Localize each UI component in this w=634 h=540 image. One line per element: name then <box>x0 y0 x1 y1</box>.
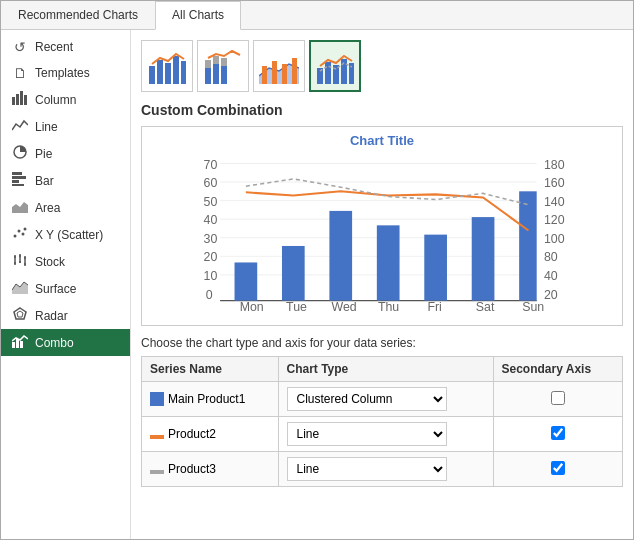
surface-icon <box>11 280 29 297</box>
svg-text:10: 10 <box>204 269 218 283</box>
svg-rect-6 <box>12 176 26 179</box>
sidebar-label-line: Line <box>35 120 58 134</box>
svg-text:Sun: Sun <box>522 300 544 313</box>
series-color-main <box>150 392 164 406</box>
secondary-axis-checkbox-product2[interactable] <box>551 426 565 440</box>
sidebar-label-radar: Radar <box>35 309 68 323</box>
combo-type-custom[interactable] <box>309 40 361 92</box>
svg-text:Mon: Mon <box>240 300 264 313</box>
svg-rect-75 <box>329 211 352 301</box>
svg-rect-1 <box>16 94 19 105</box>
sidebar-item-xy[interactable]: X Y (Scatter) <box>1 221 130 248</box>
bar-icon <box>11 172 29 189</box>
series-name-product2: Product2 <box>168 427 216 441</box>
svg-rect-27 <box>20 341 23 348</box>
sidebar-label-area: Area <box>35 201 60 215</box>
combo-type-1[interactable] <box>141 40 193 92</box>
series-prompt: Choose the chart type and axis for your … <box>141 336 623 350</box>
svg-rect-35 <box>213 64 219 84</box>
sidebar-item-pie[interactable]: Pie <box>1 140 130 167</box>
tab-all-charts[interactable]: All Charts <box>155 1 241 30</box>
sidebar-item-area[interactable]: Area <box>1 194 130 221</box>
svg-rect-37 <box>221 66 227 84</box>
svg-rect-32 <box>181 61 186 84</box>
svg-rect-31 <box>173 56 179 84</box>
svg-marker-9 <box>12 202 28 213</box>
sidebar-item-stock[interactable]: Stock <box>1 248 130 275</box>
svg-rect-73 <box>235 262 258 300</box>
chart-type-cell-main: Clustered Column Line Stacked Column Are… <box>278 382 493 417</box>
chart-subtype-icons <box>141 40 623 92</box>
svg-rect-28 <box>149 66 155 84</box>
svg-rect-42 <box>282 64 287 84</box>
combo-icon <box>11 334 29 351</box>
table-row: Product2 Clustered Column Line Stacked C… <box>142 417 623 452</box>
svg-rect-79 <box>519 191 537 300</box>
secondary-axis-cell-main <box>493 382 623 417</box>
sidebar-label-stock: Stock <box>35 255 65 269</box>
secondary-axis-checkbox-product3[interactable] <box>551 461 565 475</box>
line-icon <box>11 118 29 135</box>
area-icon <box>11 199 29 216</box>
svg-rect-8 <box>12 184 24 186</box>
tab-bar: Recommended Charts All Charts <box>1 1 633 30</box>
radar-icon <box>11 307 29 324</box>
svg-rect-5 <box>12 172 22 175</box>
series-color-product2 <box>150 435 164 439</box>
series-table: Series Name Chart Type Secondary Axis Ma… <box>141 356 623 487</box>
combo-type-2[interactable] <box>197 40 249 92</box>
chart-type-select-product2[interactable]: Clustered Column Line Stacked Column Are… <box>287 422 447 446</box>
sidebar-item-surface[interactable]: Surface <box>1 275 130 302</box>
svg-text:70: 70 <box>204 158 218 172</box>
svg-text:40: 40 <box>544 269 558 283</box>
svg-rect-0 <box>12 97 15 105</box>
svg-text:Fri: Fri <box>427 300 441 313</box>
svg-text:0: 0 <box>206 288 213 302</box>
svg-rect-41 <box>272 61 277 84</box>
tab-recommended[interactable]: Recommended Charts <box>1 1 155 29</box>
xy-icon <box>11 226 29 243</box>
section-title: Custom Combination <box>141 102 623 118</box>
chart-title: Chart Title <box>142 127 622 148</box>
sidebar-item-bar[interactable]: Bar <box>1 167 130 194</box>
svg-text:40: 40 <box>204 213 218 227</box>
sidebar-label-surface: Surface <box>35 282 76 296</box>
svg-text:140: 140 <box>544 195 565 209</box>
chart-type-select-product3[interactable]: Clustered Column Line Stacked Column Are… <box>287 457 447 481</box>
svg-rect-33 <box>205 68 211 84</box>
secondary-axis-cell-product3 <box>493 452 623 487</box>
svg-rect-34 <box>205 60 211 68</box>
main-content: Custom Combination Chart Title 70 60 50 … <box>131 30 633 539</box>
chart-area: 70 60 50 40 30 20 10 0 180 160 140 120 1… <box>142 148 622 313</box>
chart-type-cell-product3: Clustered Column Line Stacked Column Are… <box>278 452 493 487</box>
series-name-product3: Product3 <box>168 462 216 476</box>
sidebar-item-column[interactable]: Column <box>1 86 130 113</box>
sidebar-item-radar[interactable]: Radar <box>1 302 130 329</box>
sidebar-item-recent[interactable]: ↺ Recent <box>1 34 130 60</box>
svg-rect-43 <box>292 58 297 84</box>
svg-point-10 <box>14 235 17 238</box>
secondary-axis-checkbox-main[interactable] <box>551 391 565 405</box>
sidebar-item-line[interactable]: Line <box>1 113 130 140</box>
svg-text:Tue: Tue <box>286 300 307 313</box>
svg-rect-77 <box>424 235 447 301</box>
column-icon <box>11 91 29 108</box>
svg-rect-29 <box>157 60 163 84</box>
col-secondary-axis: Secondary Axis <box>493 357 623 382</box>
svg-rect-3 <box>24 95 27 105</box>
sidebar-label-templates: Templates <box>35 66 90 80</box>
chart-type-cell-product2: Clustered Column Line Stacked Column Are… <box>278 417 493 452</box>
combo-type-3[interactable] <box>253 40 305 92</box>
svg-text:Wed: Wed <box>331 300 356 313</box>
svg-point-12 <box>22 233 25 236</box>
sidebar-item-combo[interactable]: Combo <box>1 329 130 356</box>
svg-point-13 <box>24 228 27 231</box>
svg-text:100: 100 <box>544 232 565 246</box>
svg-point-11 <box>18 230 21 233</box>
sidebar-item-templates[interactable]: 🗋 Templates <box>1 60 130 86</box>
chart-type-select-main[interactable]: Clustered Column Line Stacked Column Are… <box>287 387 447 411</box>
svg-text:50: 50 <box>204 195 218 209</box>
recent-icon: ↺ <box>11 39 29 55</box>
sidebar-label-recent: Recent <box>35 40 73 54</box>
sidebar-label-column: Column <box>35 93 76 107</box>
